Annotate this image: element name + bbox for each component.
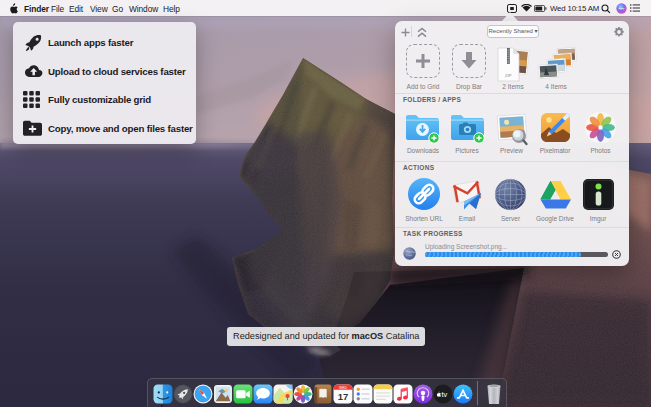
svg-text:ZIP: ZIP [505,73,512,78]
svg-text:tv: tv [441,390,447,399]
svg-text:WED: WED [339,385,347,389]
svg-text:17: 17 [337,390,348,401]
